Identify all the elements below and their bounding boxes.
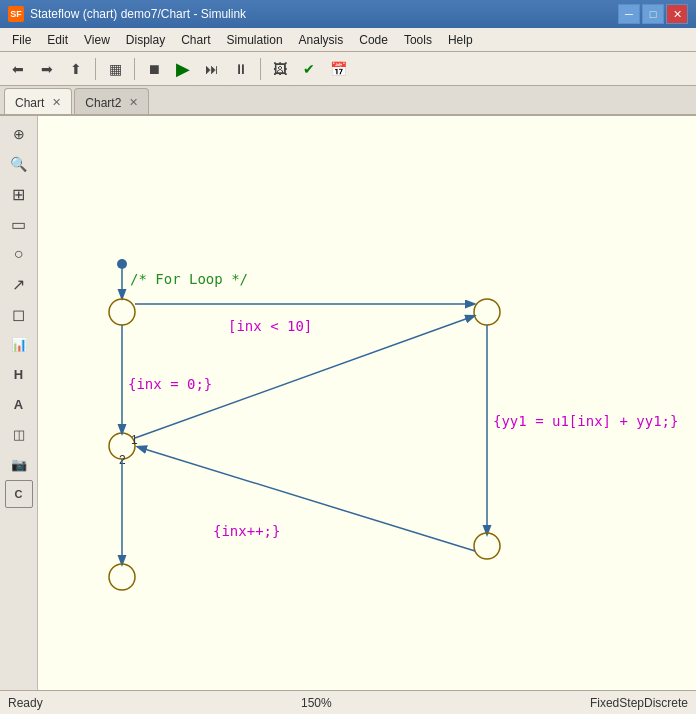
- window-title: Stateflow (chart) demo7/Chart - Simulink: [30, 7, 246, 21]
- toolbar: ⬅ ➡ ⬆ ▦ ⏹ ▶ ⏭ ⏸ 🖼 ✔ 📅: [0, 52, 696, 86]
- tab-chart[interactable]: Chart ✕: [4, 88, 72, 114]
- vtool-grid[interactable]: ⊞: [5, 180, 33, 208]
- junction-right-top: [474, 299, 500, 325]
- vtool-zoom-in[interactable]: 🔍: [5, 150, 33, 178]
- menu-display[interactable]: Display: [118, 31, 173, 49]
- menu-tools[interactable]: Tools: [396, 31, 440, 49]
- toolbar-grid[interactable]: ▦: [101, 56, 129, 82]
- vtool-chart[interactable]: 📊: [5, 330, 33, 358]
- toolbar-view-group: ▦: [101, 56, 129, 82]
- menu-analysis[interactable]: Analysis: [291, 31, 352, 49]
- menu-code[interactable]: Code: [351, 31, 396, 49]
- tab-chart-close[interactable]: ✕: [52, 96, 61, 109]
- toolbar-play[interactable]: ▶: [169, 56, 197, 82]
- menu-simulation[interactable]: Simulation: [219, 31, 291, 49]
- status-solver: FixedStepDiscrete: [590, 696, 688, 710]
- status-ready: Ready: [8, 696, 43, 710]
- action-bottom-label: {inx++;}: [213, 523, 280, 539]
- toolbar-up[interactable]: ⬆: [62, 56, 90, 82]
- junction-top: [109, 299, 135, 325]
- menu-edit[interactable]: Edit: [39, 31, 76, 49]
- status-zoom: 150%: [301, 696, 332, 710]
- toolbar-pause[interactable]: ⏸: [227, 56, 255, 82]
- vtool-text[interactable]: A: [5, 390, 33, 418]
- action-right-label: {yy1 = u1[inx] + yy1;}: [493, 413, 678, 429]
- vtool-arrow[interactable]: ↗: [5, 270, 33, 298]
- junction-bottom: [109, 564, 135, 590]
- vtool-state[interactable]: ◻: [5, 300, 33, 328]
- comment-text: /* For Loop */: [130, 271, 248, 287]
- toolbar-forward[interactable]: ➡: [33, 56, 61, 82]
- separator1: [95, 58, 96, 80]
- menu-help[interactable]: Help: [440, 31, 481, 49]
- minimize-button[interactable]: ─: [618, 4, 640, 24]
- tab-chart2-label: Chart2: [85, 96, 121, 110]
- separator2: [134, 58, 135, 80]
- toolbar-extra-group: 🖼 ✔ 📅: [266, 56, 352, 82]
- titlebar-left: SF Stateflow (chart) demo7/Chart - Simul…: [8, 6, 246, 22]
- toolbar-check[interactable]: ✔: [295, 56, 323, 82]
- vtool-ccode[interactable]: C: [5, 480, 33, 508]
- toolbar-screenshot[interactable]: 🖼: [266, 56, 294, 82]
- vtool-rectangle[interactable]: ▭: [5, 210, 33, 238]
- label-1: 1: [131, 433, 138, 447]
- tab-chart2-close[interactable]: ✕: [129, 96, 138, 109]
- diagram-svg: /* For Loop */ [inx < 10] {yy1 = u1[inx]…: [38, 116, 696, 690]
- tab-chart-label: Chart: [15, 96, 44, 110]
- titlebar: SF Stateflow (chart) demo7/Chart - Simul…: [0, 0, 696, 28]
- vtool-circle[interactable]: ○: [5, 240, 33, 268]
- tab-chart2[interactable]: Chart2 ✕: [74, 88, 149, 114]
- main-layout: ⊕ 🔍 ⊞ ▭ ○ ↗ ◻ 📊 H A ◫ 📷 C /* For Loop */…: [0, 116, 696, 690]
- titlebar-buttons: ─ □ ✕: [618, 4, 688, 24]
- toolbar-nav-group: ⬅ ➡ ⬆: [4, 56, 90, 82]
- vtool-image[interactable]: ◫: [5, 420, 33, 448]
- toolbar-back[interactable]: ⬅: [4, 56, 32, 82]
- vtool-camera[interactable]: 📷: [5, 450, 33, 478]
- action-left-label: {inx = 0;}: [128, 376, 212, 392]
- statusbar: Ready 150% FixedStepDiscrete: [0, 690, 696, 714]
- menu-view[interactable]: View: [76, 31, 118, 49]
- left-toolbar: ⊕ 🔍 ⊞ ▭ ○ ↗ ◻ 📊 H A ◫ 📷 C: [0, 116, 38, 690]
- toolbar-sim-group: ⏹ ▶ ⏭ ⏸: [140, 56, 255, 82]
- vtool-zoom-fit[interactable]: ⊕: [5, 120, 33, 148]
- separator3: [260, 58, 261, 80]
- toolbar-stop[interactable]: ⏹: [140, 56, 168, 82]
- close-button[interactable]: ✕: [666, 4, 688, 24]
- vtool-history[interactable]: H: [5, 360, 33, 388]
- toolbar-step[interactable]: ⏭: [198, 56, 226, 82]
- app-icon: SF: [8, 6, 24, 22]
- tabs-bar: Chart ✕ Chart2 ✕: [0, 86, 696, 116]
- diagonal-line-bottom: [138, 447, 475, 551]
- canvas: /* For Loop */ [inx < 10] {yy1 = u1[inx]…: [38, 116, 696, 690]
- junction-right-bottom: [474, 533, 500, 559]
- menubar: File Edit View Display Chart Simulation …: [0, 28, 696, 52]
- toolbar-calendar[interactable]: 📅: [324, 56, 352, 82]
- initial-dot: [117, 259, 127, 269]
- menu-file[interactable]: File: [4, 31, 39, 49]
- condition-label: [inx < 10]: [228, 318, 312, 334]
- maximize-button[interactable]: □: [642, 4, 664, 24]
- menu-chart[interactable]: Chart: [173, 31, 218, 49]
